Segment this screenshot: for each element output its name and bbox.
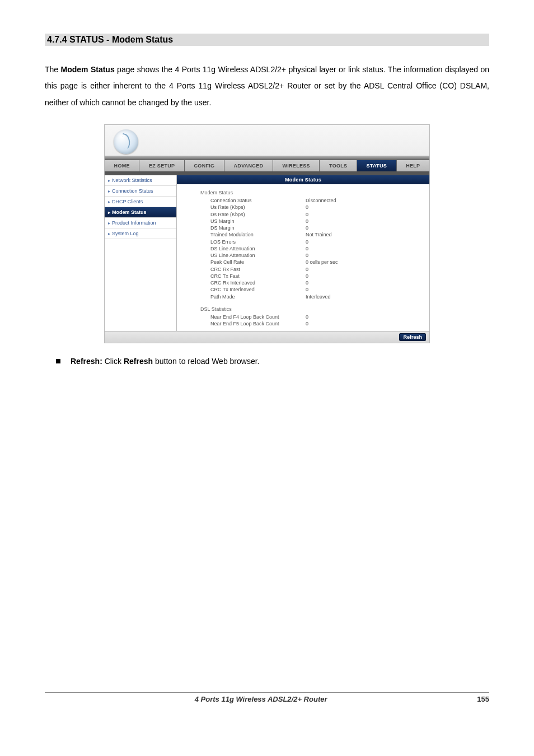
kv-value: 0 bbox=[306, 321, 429, 327]
bullet-mid: Click bbox=[102, 357, 124, 366]
bullet-bold1: Refresh: bbox=[71, 357, 102, 366]
group-dsl-statistics: DSL Statistics bbox=[177, 301, 429, 314]
kv-value: 0 bbox=[306, 273, 429, 279]
kv-row: Path ModeInterleaved bbox=[177, 294, 429, 301]
intro-paragraph: The Modem Status page shows the 4 Ports … bbox=[45, 62, 489, 111]
kv-key: Connection Status bbox=[210, 198, 306, 204]
sidebar-item-label: Network Statistics bbox=[112, 178, 152, 183]
kv-value: Interleaved bbox=[306, 294, 429, 300]
sidebar-item-connection-status[interactable]: Connection Status bbox=[105, 186, 176, 197]
bullet-line: Refresh: Click Refresh button to reload … bbox=[45, 353, 489, 369]
tab-advanced[interactable]: ADVANCED bbox=[224, 160, 273, 171]
kv-value: 0 bbox=[306, 267, 429, 273]
sidebar-item-product-information[interactable]: Product Information bbox=[105, 218, 176, 228]
intro-bold1: Modem Status bbox=[61, 65, 115, 74]
tab-tools[interactable]: TOOLS bbox=[320, 160, 357, 171]
pane-title: Modem Status bbox=[177, 175, 429, 184]
kv-key: Near End F5 Loop Back Count bbox=[210, 321, 306, 327]
tab-config[interactable]: CONFIG bbox=[185, 160, 224, 171]
tab-home[interactable]: HOME bbox=[105, 160, 139, 171]
kv-value: 0 bbox=[306, 287, 429, 293]
kv-row: US Line Attenuation0 bbox=[177, 253, 429, 259]
kv-row: Connection StatusDisconnected bbox=[177, 198, 429, 204]
kv-key: DS Line Attenuation bbox=[210, 246, 306, 252]
sidebar-item-label: Connection Status bbox=[112, 188, 153, 194]
kv-key: CRC Tx Fast bbox=[210, 273, 306, 279]
tabs-row: HOME EZ SETUP CONFIG ADVANCED WIRELESS T… bbox=[105, 160, 429, 172]
intro-part1: The bbox=[45, 65, 61, 74]
sidebar-item-network-statistics[interactable]: Network Statistics bbox=[105, 175, 176, 186]
kv-key: Near End F4 Loop Back Count bbox=[210, 314, 306, 320]
modem-status-rows: Connection StatusDisconnectedUs Rate (Kb… bbox=[177, 198, 429, 301]
footer-page-number: 155 bbox=[477, 695, 489, 703]
kv-row: Near End F4 Loop Back Count0 bbox=[177, 314, 429, 321]
kv-row: LOS Errors0 bbox=[177, 239, 429, 246]
refresh-row: Refresh bbox=[105, 331, 429, 343]
sidebar-item-label: System Log bbox=[112, 231, 139, 236]
sidebar-item-label: DHCP Clients bbox=[112, 199, 143, 204]
bullet-icon bbox=[56, 359, 60, 363]
sidebar-item-label: Product Information bbox=[112, 220, 156, 226]
kv-row: US Margin0 bbox=[177, 218, 429, 225]
kv-row: Ds Rate (Kbps)0 bbox=[177, 212, 429, 218]
kv-row: CRC Rx Fast0 bbox=[177, 267, 429, 273]
kv-key: CRC Rx Interleaved bbox=[210, 280, 306, 286]
kv-row: Near End F5 Loop Back Count0 bbox=[177, 321, 429, 328]
kv-value: 0 bbox=[306, 225, 429, 231]
kv-value: Disconnected bbox=[306, 198, 429, 204]
sidebar-item-dhcp-clients[interactable]: DHCP Clients bbox=[105, 197, 176, 207]
sidebar: Network Statistics Connection Status DHC… bbox=[105, 175, 177, 331]
tab-wireless[interactable]: WIRELESS bbox=[273, 160, 320, 171]
bullet-bold2: Refresh bbox=[124, 357, 153, 366]
logo-row bbox=[105, 125, 429, 160]
kv-key: US Line Attenuation bbox=[210, 253, 306, 259]
page-footer: 4 Ports 11g Wireless ADSL2/2+ Router 155 bbox=[45, 692, 489, 703]
kv-value: 0 bbox=[306, 204, 429, 211]
tab-status[interactable]: STATUS bbox=[357, 160, 397, 171]
kv-value: 0 bbox=[306, 314, 429, 320]
group-modem-status: Modem Status bbox=[177, 184, 429, 198]
content-row: Network Statistics Connection Status DHC… bbox=[105, 175, 429, 331]
sidebar-item-system-log[interactable]: System Log bbox=[105, 228, 176, 239]
kv-key: LOS Errors bbox=[210, 239, 306, 245]
kv-row: Peak Cell Rate0 cells per sec bbox=[177, 259, 429, 266]
kv-key: Ds Rate (Kbps) bbox=[210, 212, 306, 218]
router-screenshot: HOME EZ SETUP CONFIG ADVANCED WIRELESS T… bbox=[104, 124, 430, 343]
bullet-tail: button to reload Web browser. bbox=[153, 357, 259, 366]
dsl-statistics-rows: Near End F4 Loop Back Count0Near End F5 … bbox=[177, 314, 429, 328]
kv-key: Path Mode bbox=[210, 294, 306, 300]
footer-title: 4 Ports 11g Wireless ADSL2/2+ Router bbox=[45, 695, 477, 703]
bullet-text: Refresh: Click Refresh button to reload … bbox=[71, 353, 259, 369]
kv-row: CRC Rx Interleaved0 bbox=[177, 280, 429, 287]
sidebar-item-modem-status[interactable]: Modem Status bbox=[105, 207, 176, 218]
section-title: 4.7.4 STATUS - Modem Status bbox=[45, 34, 489, 46]
kv-row: Trained ModulationNot Trained bbox=[177, 232, 429, 239]
kv-key: Us Rate (Kbps) bbox=[210, 204, 306, 211]
kv-value: Not Trained bbox=[306, 232, 429, 238]
tab-help[interactable]: HELP bbox=[397, 160, 429, 171]
kv-value: 0 bbox=[306, 212, 429, 218]
kv-row: DS Line Attenuation0 bbox=[177, 246, 429, 253]
kv-key: DS Margin bbox=[210, 225, 306, 231]
kv-row: CRC Tx Interleaved0 bbox=[177, 287, 429, 293]
main-pane: Modem Status Modem Status Connection Sta… bbox=[177, 175, 429, 331]
kv-value: 0 bbox=[306, 246, 429, 252]
kv-key: US Margin bbox=[210, 218, 306, 225]
kv-value: 0 bbox=[306, 218, 429, 225]
kv-key: CRC Tx Interleaved bbox=[210, 287, 306, 293]
kv-key: Trained Modulation bbox=[210, 232, 306, 238]
logo-icon bbox=[114, 129, 138, 154]
refresh-button[interactable]: Refresh bbox=[399, 333, 426, 341]
sidebar-item-label: Modem Status bbox=[112, 209, 147, 215]
kv-value: 0 bbox=[306, 280, 429, 286]
kv-row: CRC Tx Fast0 bbox=[177, 273, 429, 280]
kv-key: Peak Cell Rate bbox=[210, 259, 306, 265]
kv-row: Us Rate (Kbps)0 bbox=[177, 204, 429, 211]
kv-value: 0 bbox=[306, 253, 429, 259]
kv-key: CRC Rx Fast bbox=[210, 267, 306, 273]
tab-ezsetup[interactable]: EZ SETUP bbox=[139, 160, 185, 171]
kv-row: DS Margin0 bbox=[177, 225, 429, 232]
kv-value: 0 bbox=[306, 239, 429, 245]
kv-value: 0 cells per sec bbox=[306, 259, 429, 265]
